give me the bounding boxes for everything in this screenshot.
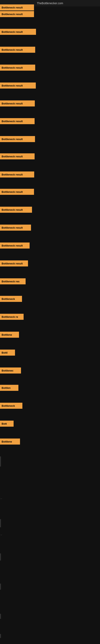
bottleneck-bar-6[interactable]: Bottleneck result: [0, 82, 36, 88]
vertical-line-0: [0, 456, 1, 466]
bottleneck-bar-14[interactable]: Bottleneck result: [0, 224, 31, 231]
bottleneck-bar-9[interactable]: Bottleneck result: [0, 136, 35, 142]
bottleneck-bar-21[interactable]: Bottl: [0, 350, 15, 356]
bottleneck-bar-25[interactable]: Bott: [0, 420, 14, 427]
vertical-line-3: [0, 584, 1, 590]
dots-0: ...: [0, 497, 2, 499]
vertical-line-2: [0, 554, 1, 560]
vertical-line-5: [0, 634, 1, 638]
bottleneck-bar-7[interactable]: Bottleneck result: [0, 100, 35, 106]
bottleneck-bar-26[interactable]: Bottlene: [0, 438, 20, 444]
bottleneck-bar-12[interactable]: Bottleneck result: [0, 189, 34, 195]
page-container: TheBottlenecker.com Bottleneck resultBot…: [0, 0, 100, 644]
bottleneck-bar-11[interactable]: Bottleneck result: [0, 172, 34, 178]
bottleneck-bar-4[interactable]: Bottleneck result: [0, 47, 35, 53]
bottleneck-bar-15[interactable]: Bottleneck result: [0, 242, 30, 248]
bottleneck-bar-13[interactable]: Bottleneck result: [0, 207, 32, 213]
bottleneck-bar-5[interactable]: Bottleneck result: [0, 64, 35, 71]
bottleneck-bar-10[interactable]: Bottleneck result: [0, 153, 35, 160]
vertical-line-1: [0, 519, 1, 527]
bottleneck-bar-22[interactable]: Bottlenec: [0, 368, 21, 374]
vertical-line-4: [0, 614, 1, 619]
bottleneck-bar-20[interactable]: Bottlene: [0, 332, 19, 338]
bottleneck-bar-2[interactable]: Bottleneck result: [0, 11, 34, 17]
bottleneck-bar-1[interactable]: Bottleneck result: [0, 4, 34, 10]
bottleneck-bar-3[interactable]: Bottleneck result: [0, 29, 36, 35]
bottleneck-bar-8[interactable]: Bottleneck result: [0, 118, 35, 124]
dots-1: ...: [0, 533, 2, 536]
bottleneck-bar-19[interactable]: Bottleneck re: [0, 314, 24, 320]
bottleneck-bar-16[interactable]: Bottleneck result: [0, 260, 28, 266]
bottleneck-bar-24[interactable]: Bottleneck: [0, 403, 22, 409]
bottleneck-bar-17[interactable]: Bottleneck res: [0, 278, 26, 284]
bottleneck-bar-23[interactable]: Bottlen: [0, 385, 18, 391]
bottleneck-bar-18[interactable]: Bottleneck: [0, 296, 22, 302]
